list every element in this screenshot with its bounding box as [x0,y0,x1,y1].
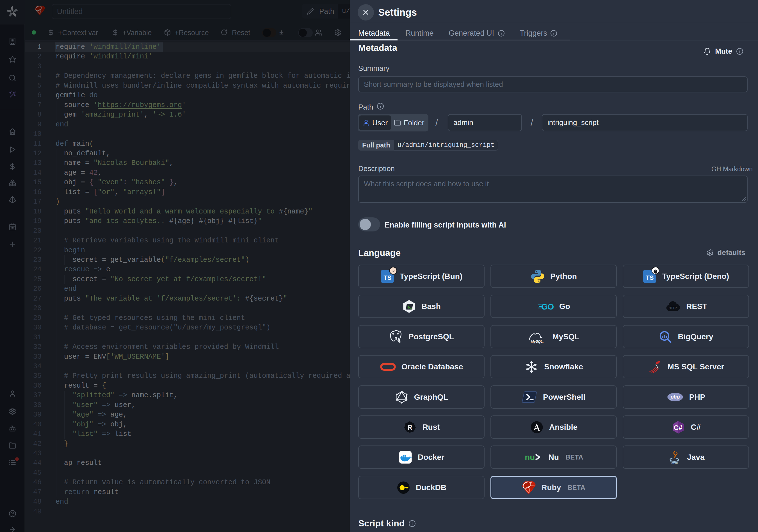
svg-text:HTTP: HTTP [669,306,677,309]
svg-text:R: R [408,423,412,431]
svg-text:GO: GO [541,302,554,311]
svg-text:nu: nu [525,452,535,462]
svg-text:Java: Java [671,461,678,465]
svg-text:C#: C# [673,424,682,431]
svg-text:$_: $_ [408,304,412,309]
svg-text:MySQL.: MySQL. [531,339,544,343]
svg-text:TS: TS [384,274,391,281]
svg-text:TS: TS [646,274,654,281]
svg-text:php: php [670,394,680,400]
